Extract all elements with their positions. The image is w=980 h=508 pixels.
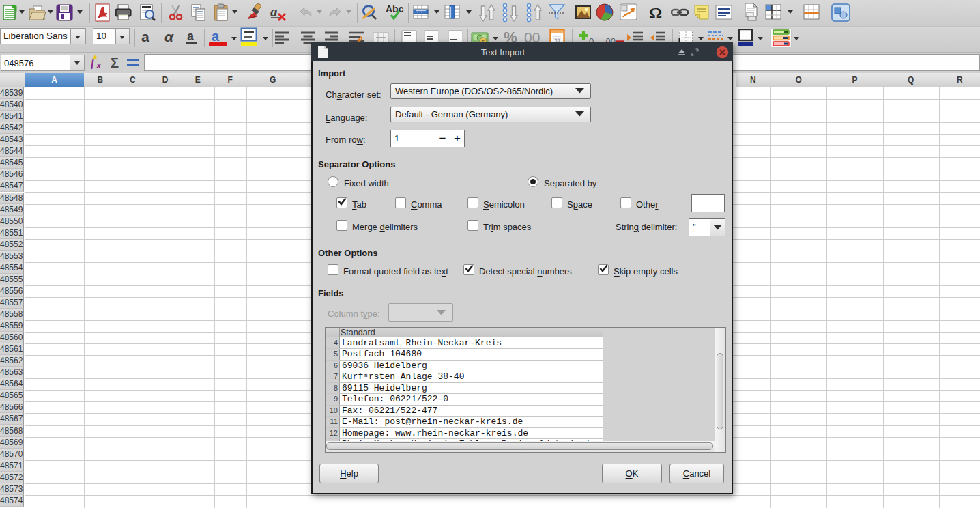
svg-text:x: x [96, 60, 102, 70]
svg-text:Abc: Abc [386, 3, 404, 14]
svg-text:a: a [187, 29, 194, 43]
svg-text:Σ: Σ [111, 55, 119, 70]
svg-text:a: a [141, 29, 149, 44]
svg-text:α: α [164, 29, 174, 44]
svg-text:Ω: Ω [649, 4, 662, 22]
svg-text:a: a [212, 29, 220, 44]
